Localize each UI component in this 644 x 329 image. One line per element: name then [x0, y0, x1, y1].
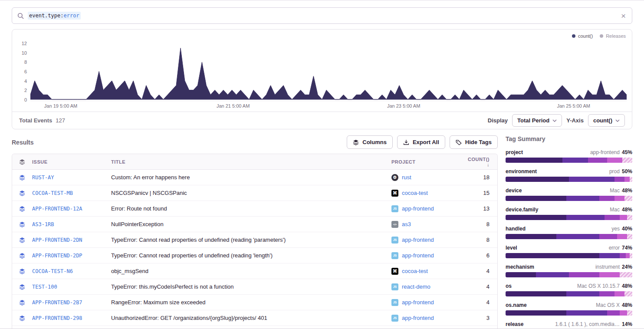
results-title: Results [12, 139, 34, 146]
issue-link[interactable]: TEST-100 [32, 284, 57, 290]
tag-bar-segment [599, 272, 620, 277]
export-all-button[interactable]: Export All [397, 135, 445, 149]
tag-name: release [506, 321, 523, 327]
query-token: event.type:error [28, 12, 81, 20]
tag-distribution-bar[interactable] [506, 158, 632, 163]
events-chart-svg[interactable] [30, 40, 627, 101]
stack-icon [19, 159, 25, 165]
project-link[interactable]: app-frontend [402, 315, 434, 321]
issue-cell: APP-FRONTEND-2DP [32, 252, 111, 259]
issue-link[interactable]: APP-FRONTEND-12A [32, 206, 82, 212]
issue-icon-cell [12, 253, 32, 259]
issue-cell: TEST-100 [32, 283, 111, 290]
yaxis-dropdown[interactable]: count() [588, 114, 625, 127]
tag-distribution-bar[interactable] [506, 177, 632, 182]
tag-name: os [506, 283, 512, 289]
apple-platform-icon: ⌘ [391, 190, 398, 197]
search-input[interactable]: event.type:error [28, 13, 620, 19]
button-label: Columns [362, 139, 387, 145]
tag-name: environment [506, 168, 537, 174]
js-platform-icon: JS [391, 299, 398, 306]
tag-top-value: yes40% [611, 224, 632, 232]
project-link[interactable]: as3 [402, 221, 411, 227]
project-link[interactable]: react-demo [402, 283, 430, 290]
legend-item-count[interactable]: count() [572, 33, 593, 39]
project-link[interactable]: app-frontend [402, 299, 434, 306]
project-link[interactable]: app-frontend [402, 237, 434, 243]
tag-bar-segment [607, 158, 622, 163]
column-header-project[interactable]: PROJECT [391, 159, 464, 164]
legend-dot [600, 34, 603, 38]
project-cell: JSapp-frontend [391, 237, 464, 243]
chevron-down-icon [615, 119, 620, 122]
count-cell: 4 [464, 299, 497, 306]
tag-distribution-bar[interactable] [506, 291, 632, 296]
main-content: Results ColumnsExport AllHide Tags ISSUE… [12, 135, 632, 329]
tag-header: release1.6.1 ( 1.6.1 ), com.media…14% [506, 320, 632, 328]
clear-search-icon[interactable]: × [620, 12, 627, 20]
tag-distribution-bar[interactable] [506, 310, 632, 316]
tag-top-value: instrument24% [595, 263, 632, 270]
tag-distribution-bar[interactable] [506, 234, 632, 239]
tag-bar-segment [620, 272, 632, 277]
table-row: TEST-100TypeError: this.myCodeIsPerfect … [12, 279, 497, 295]
issue-cell: APP-FRONTEND-298 [32, 315, 111, 321]
legend-item-releases[interactable]: Releases [600, 33, 626, 39]
tag-value-label: yes [611, 226, 620, 232]
table-header: ISSUETITLEPROJECTCOUNT() ↓ [12, 154, 497, 170]
tag-device: deviceMac48% [506, 186, 632, 201]
column-header-issue[interactable]: ISSUE [32, 159, 111, 164]
js-platform-icon: JS [391, 237, 398, 243]
tag-top-value: error74% [609, 243, 632, 251]
issue-link[interactable]: APP-FRONTEND-2B7 [32, 299, 82, 306]
project-link[interactable]: cocoa-test [402, 190, 428, 196]
tag-top-value: 1.6.1 ( 1.6.1 ), com.media…14% [555, 320, 632, 328]
tag-project: projectapp-frontend45% [506, 148, 632, 163]
project-link[interactable]: app-frontend [402, 205, 434, 212]
column-header-title[interactable]: TITLE [111, 159, 391, 164]
tag-bar-segment [617, 234, 627, 239]
project-link[interactable]: app-frontend [402, 252, 434, 259]
tag-bar-segment [566, 310, 607, 316]
title-cell: Custom: An error happens here [111, 174, 391, 181]
columns-button[interactable]: Columns [347, 135, 393, 149]
chart-body: 121086420 Jan 19 5:00 AMJan 21 5:00 AMJa… [12, 39, 632, 112]
table-row-partial [12, 326, 497, 329]
stack-icon [19, 237, 25, 243]
tag-bar-segment [627, 310, 632, 316]
title-cell: TypeError: Cannot read properties of und… [111, 237, 391, 243]
issue-link[interactable]: COCOA-TEST-MB [32, 190, 73, 196]
issue-icon-cell [12, 206, 32, 212]
tag-bar-segment [599, 196, 614, 201]
issue-link[interactable]: COCOA-TEST-N6 [32, 268, 73, 274]
display-dropdown[interactable]: Total Period [512, 114, 562, 127]
tag-value-label: error [609, 245, 620, 251]
y-axis-label: Y-Axis [566, 117, 584, 124]
tag-distribution-bar[interactable] [506, 215, 632, 220]
issue-link[interactable]: AS3-1RB [32, 221, 54, 227]
project-cell: JSapp-frontend [391, 252, 464, 259]
title-cell: UnauthorizedError: GET /organizations/{o… [111, 315, 391, 321]
issue-link[interactable]: RUST-AY [32, 174, 54, 181]
issue-link[interactable]: APP-FRONTEND-2DN [32, 237, 82, 243]
search-bar[interactable]: event.type:error × [12, 7, 632, 24]
download-icon [403, 139, 409, 145]
issue-link[interactable]: APP-FRONTEND-298 [32, 315, 82, 321]
title-cell: objc_msgSend [111, 268, 391, 274]
results-section: Results ColumnsExport AllHide Tags ISSUE… [12, 135, 498, 329]
tag-distribution-bar[interactable] [506, 196, 632, 201]
issue-link[interactable]: APP-FRONTEND-2DP [32, 253, 82, 259]
project-link[interactable]: rust [402, 174, 411, 181]
y-tick-label: 8 [24, 59, 27, 65]
tag-distribution-bar[interactable] [506, 272, 632, 277]
project-link[interactable]: cocoa-test [402, 268, 428, 274]
count-cell: 3 [464, 315, 497, 321]
issue-icon-cell [12, 299, 32, 306]
project-cell: ⚙rust [391, 174, 464, 181]
hide-tags-button[interactable]: Hide Tags [450, 135, 498, 149]
tag-percent: 24% [622, 264, 632, 270]
tag-distribution-bar[interactable] [506, 253, 632, 258]
tag-bar-segment [627, 234, 632, 239]
tag-bar-segment [614, 177, 624, 182]
column-header-count[interactable]: COUNT() ↓ [464, 157, 497, 167]
